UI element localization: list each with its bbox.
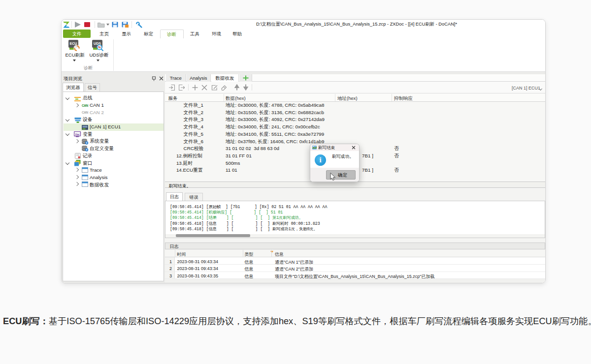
- svg-text:Var: Var: [75, 132, 80, 135]
